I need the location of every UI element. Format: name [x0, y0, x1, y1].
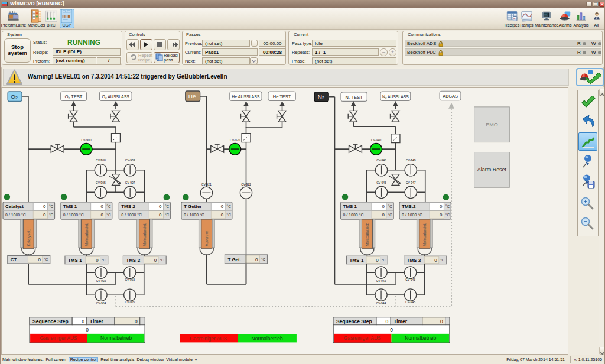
svg-text:°C: °C [440, 258, 444, 262]
svg-text:Timer: Timer [393, 318, 408, 324]
svg-text:Molecularsieb: Molecularsieb [84, 222, 89, 246]
svg-text:He AUSSLASS: He AUSSLASS [232, 95, 260, 99]
svg-text:Alarm Reset: Alarm Reset [477, 167, 507, 173]
svg-text:0: 0 [440, 318, 443, 324]
svg-text:0 / 1000 °C: 0 / 1000 °C [402, 213, 422, 217]
svg-text:CV-908: CV-908 [96, 159, 106, 162]
svg-text:Gasreiniger AUS: Gasreiniger AUS [344, 335, 381, 341]
svg-text:Sequence Step: Sequence Step [336, 318, 372, 324]
svg-text:He TEST: He TEST [273, 94, 291, 99]
svg-text:°C: °C [445, 204, 450, 209]
svg-text:Gasreiniger AUS: Gasreiniger AUS [40, 335, 77, 341]
svg-text:CV-905: CV-905 [96, 181, 106, 184]
svg-text:CV-947: CV-947 [406, 181, 416, 184]
svg-text:°C: °C [106, 204, 111, 209]
svg-text:0: 0 [382, 204, 385, 209]
svg-text:CV-922: CV-922 [241, 183, 251, 186]
svg-text:0: 0 [159, 212, 162, 217]
svg-text:0: 0 [43, 204, 46, 209]
svg-text:Gasreiniger AUS: Gasreiniger AUS [190, 336, 227, 342]
svg-text:Molecularsieb: Molecularsieb [142, 222, 147, 246]
svg-text:0: 0 [86, 327, 89, 333]
svg-text:TMS 2: TMS 2 [121, 204, 135, 209]
svg-text:CV-905: CV-905 [125, 301, 135, 304]
svg-text:Normalbetrieb: Normalbetrieb [405, 335, 436, 341]
svg-text:CV-907: CV-907 [125, 181, 135, 184]
svg-text:Absorber: Absorber [204, 230, 209, 246]
svg-text:Normalbetrieb: Normalbetrieb [252, 336, 283, 342]
svg-text:0: 0 [255, 257, 258, 262]
svg-text:°C: °C [445, 213, 450, 217]
svg-text:0: 0 [96, 258, 99, 263]
svg-text:EMO: EMO [486, 122, 497, 128]
svg-text:°C: °C [261, 258, 265, 261]
svg-text:CV-942: CV-942 [376, 280, 386, 282]
svg-text:Sequence Step: Sequence Step [32, 318, 69, 324]
svg-text:TMS.2: TMS.2 [402, 204, 416, 209]
svg-text:°C: °C [106, 213, 111, 217]
svg-text:CV-904: CV-904 [96, 302, 106, 305]
svg-text:0: 0 [82, 318, 84, 324]
svg-text:TMS 1: TMS 1 [63, 204, 77, 209]
svg-text:He: He [188, 93, 196, 99]
svg-text:N₂ AUSSLASS: N₂ AUSSLASS [382, 95, 409, 99]
svg-text:CV-902: CV-902 [96, 280, 106, 282]
svg-text:°C: °C [165, 213, 170, 217]
svg-text:0 / 1000 °C: 0 / 1000 °C [343, 213, 364, 217]
svg-text:N₂ TEST: N₂ TEST [345, 95, 363, 100]
svg-text:0: 0 [440, 204, 443, 209]
svg-text:Normalbetrieb: Normalbetrieb [100, 335, 132, 341]
svg-text:0: 0 [135, 318, 138, 324]
svg-text:CV-949: CV-949 [406, 159, 416, 162]
svg-text:0: 0 [376, 258, 379, 263]
svg-text:Katalysator: Katalysator [27, 227, 31, 246]
svg-text:°C: °C [227, 204, 232, 209]
svg-text:0 / 1000 °C: 0 / 1000 °C [5, 213, 26, 217]
svg-text:O₂ AUSSLASS: O₂ AUSSLASS [102, 95, 130, 99]
svg-text:°C: °C [160, 258, 164, 262]
svg-text:CV-948: CV-948 [376, 159, 386, 162]
svg-text:TMS-2: TMS-2 [126, 258, 140, 263]
svg-text:TMS-1: TMS-1 [68, 258, 82, 263]
svg-text:T Get.: T Get. [227, 257, 241, 262]
svg-text:0: 0 [43, 212, 46, 217]
svg-text:°C: °C [49, 213, 54, 217]
svg-text:0: 0 [154, 258, 157, 263]
svg-text:CV-943: CV-943 [405, 278, 415, 281]
svg-text:0: 0 [434, 258, 437, 263]
svg-text:ABGAS: ABGAS [443, 93, 458, 99]
svg-text:Molecularsieb: Molecularsieb [422, 222, 427, 246]
svg-text:CV-946: CV-946 [376, 181, 386, 184]
svg-text:0: 0 [159, 204, 162, 209]
svg-text:°C: °C [388, 213, 392, 217]
svg-text:O₂ TEST: O₂ TEST [65, 94, 83, 99]
svg-text:0: 0 [382, 212, 385, 217]
svg-text:CT: CT [11, 257, 17, 262]
svg-text:TMS-1: TMS-1 [350, 258, 364, 263]
svg-text:TMS-2: TMS-2 [407, 258, 421, 263]
svg-text:0: 0 [100, 204, 103, 209]
svg-text:0: 0 [221, 212, 224, 217]
svg-text:CV-900: CV-900 [81, 138, 91, 142]
svg-text:°C: °C [44, 258, 48, 261]
svg-text:0: 0 [38, 257, 41, 262]
svg-text:0 / 1000 °C: 0 / 1000 °C [63, 213, 84, 217]
svg-text:0 / 1000 °C: 0 / 1000 °C [184, 213, 204, 217]
svg-text:°C: °C [165, 204, 170, 209]
svg-text:Timer: Timer [90, 318, 104, 324]
svg-text:0: 0 [440, 212, 443, 217]
svg-text:T Getter: T Getter [184, 204, 202, 209]
svg-text:CV-920: CV-920 [230, 138, 240, 142]
svg-text:°C: °C [102, 258, 106, 262]
svg-text:°C: °C [388, 204, 392, 209]
svg-text:0: 0 [100, 212, 103, 217]
svg-text:0: 0 [386, 318, 389, 324]
svg-text:CV-921: CV-921 [201, 183, 212, 186]
svg-text:CV-909: CV-909 [125, 159, 135, 162]
svg-text:CV-903: CV-903 [125, 278, 135, 281]
svg-text:CV-945: CV-945 [405, 301, 415, 304]
svg-text:0: 0 [221, 204, 224, 209]
svg-text:°C: °C [227, 213, 232, 217]
svg-text:Molecularsieb: Molecularsieb [365, 222, 369, 246]
svg-text:CV-944: CV-944 [376, 302, 386, 305]
